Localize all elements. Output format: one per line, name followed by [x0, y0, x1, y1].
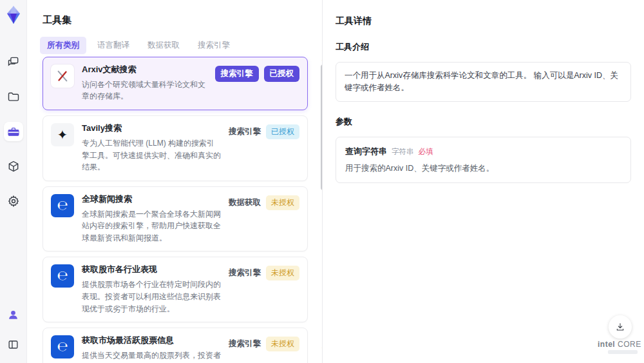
category-label: 搜索引擎 — [229, 126, 261, 137]
intel-core-logo: intel CORE — [598, 340, 639, 354]
tool-description: 全球新闻搜索是一个聚合全球各大新闻网站内容的搜索引擎，帮助用户快速获取全球最新资… — [82, 208, 221, 244]
download-button[interactable] — [609, 315, 632, 338]
arxiv-logo-icon — [51, 64, 74, 88]
tab-data-fetch[interactable]: 数据获取 — [140, 37, 187, 54]
collapse-panel-button[interactable] — [4, 335, 23, 354]
tool-name: Tavily搜索 — [82, 123, 221, 134]
param-name: 查询字符串 — [345, 146, 387, 157]
category-label: 数据获取 — [229, 197, 261, 208]
tavily-star-icon: ✦ — [51, 123, 74, 146]
tab-search-engine[interactable]: 搜索引擎 — [191, 37, 237, 54]
avatar-icon — [7, 309, 19, 321]
status-badge: 未授权 — [266, 266, 299, 280]
sidebar-item-tools[interactable] — [4, 122, 23, 141]
sidebar-item-settings[interactable] — [4, 191, 23, 211]
tool-description: 提供股票市场各个行业在特定时间段内的表现。投资者可以利用这些信息来识别表现优于或… — [82, 279, 221, 315]
sidebar-item-files[interactable] — [4, 87, 23, 106]
status-badge: 未授权 — [266, 337, 299, 351]
panel-toggle-icon — [7, 338, 19, 351]
left-rail — [0, 0, 27, 363]
tool-card-sector-performance[interactable]: ℮ 获取股市各行业表现 提供股票市场各个行业在特定时间段内的表现。投资者可以利用… — [43, 257, 308, 322]
params-section-title: 参数 — [336, 116, 644, 128]
tab-all-categories[interactable]: 所有类别 — [40, 37, 86, 54]
tab-language-translation[interactable]: 语言翻译 — [90, 37, 137, 54]
tool-name: 全球新闻搜索 — [82, 194, 221, 205]
settings-icon — [7, 195, 20, 208]
intro-section-title: 工具介绍 — [336, 41, 644, 53]
toolbox-icon — [7, 125, 20, 138]
status-badge: 已授权 — [266, 124, 299, 139]
folder-icon — [7, 90, 20, 103]
user-avatar[interactable] — [4, 305, 23, 324]
blue-e-logo-icon: ℮ — [51, 194, 74, 217]
status-badge: 未授权 — [266, 195, 299, 210]
tool-card-tavily[interactable]: ✦ Tavily搜索 专为人工智能代理 (LLM) 构建的搜索引擎工具。可快速提… — [43, 115, 308, 181]
tool-card-global-news[interactable]: ℮ 全球新闻搜索 全球新闻搜索是一个聚合全球各大新闻网站内容的搜索引擎，帮助用户… — [43, 186, 308, 252]
blue-e-logo-icon: ℮ — [51, 264, 74, 288]
tool-card-most-active-stocks[interactable]: ℮ 获取市场最活跃股票信息 提供当天交易量最高的股票列表，投资者可以利用这些信息… — [43, 328, 308, 363]
chat-icon — [7, 55, 20, 68]
intel-brand-text: intel — [598, 340, 615, 349]
tool-intro-text: 一个用于从Arxiv存储库搜索科学论文和文章的工具。 输入可以是Arxiv ID… — [336, 62, 631, 102]
param-required-flag: 必填 — [419, 147, 433, 157]
tool-list-panel: 工具集 所有类别 语言翻译 数据获取 搜索引擎 Arxiv文献搜索 访问各个研究… — [27, 0, 322, 363]
param-description: 用于搜索的Arxiv ID、关键字或作者姓名。 — [345, 163, 621, 174]
category-badge: 搜索引擎 — [215, 66, 259, 82]
category-tabs: 所有类别 语言翻译 数据获取 搜索引擎 — [40, 37, 322, 54]
app-logo-icon[interactable] — [3, 5, 24, 25]
blue-e-logo-icon: ℮ — [51, 335, 74, 358]
category-label: 搜索引擎 — [229, 268, 261, 279]
page-title: 工具集 — [27, 0, 322, 26]
tool-description: 专为人工智能代理 (LLM) 构建的搜索引擎工具。可快速提供实时、准确和真实的结… — [82, 137, 221, 173]
status-badge: 已授权 — [264, 66, 300, 82]
core-brand-text: CORE — [618, 340, 641, 349]
tool-list: Arxiv文献搜索 访问各个研究领域大量科学论文和文章的存储库。 搜索引擎 已授… — [43, 57, 308, 363]
tool-description: 访问各个研究领域大量科学论文和文章的存储库。 — [82, 79, 207, 103]
param-type: 字符串 — [392, 147, 414, 157]
sidebar-item-chat[interactable] — [4, 52, 23, 72]
cube-icon — [7, 160, 20, 173]
param-card: 查询字符串 字符串 必填 用于搜索的Arxiv ID、关键字或作者姓名。 — [336, 137, 631, 183]
tool-description: 提供当天交易量最高的股票列表，投资者可以利用这些信息来识别流动性强的股票和潜在的… — [82, 349, 221, 363]
tool-name: 获取市场最活跃股票信息 — [82, 335, 221, 346]
category-label: 搜索引擎 — [229, 338, 261, 349]
tool-name: Arxiv文献搜索 — [82, 64, 207, 75]
tool-detail-panel: 工具详情 工具介绍 一个用于从Arxiv存储库搜索科学论文和文章的工具。 输入可… — [322, 0, 644, 363]
tool-name: 获取股市各行业表现 — [82, 264, 221, 275]
tool-card-arxiv[interactable]: Arxiv文献搜索 访问各个研究领域大量科学论文和文章的存储库。 搜索引擎 已授… — [43, 57, 308, 110]
download-icon — [615, 322, 625, 332]
detail-title: 工具详情 — [323, 0, 644, 27]
intel-badge-sub — [608, 350, 638, 354]
sidebar-item-models[interactable] — [4, 157, 23, 176]
